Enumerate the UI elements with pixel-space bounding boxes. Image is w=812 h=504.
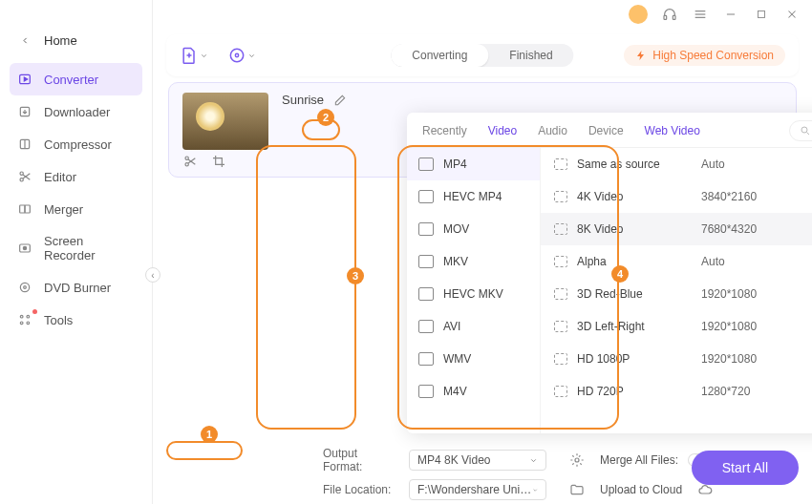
svg-point-14 — [20, 178, 23, 181]
tools-icon — [17, 312, 32, 327]
res-value: Auto — [701, 158, 812, 171]
resolution-item[interactable]: 3D Red-Blue1920*1080 — [541, 278, 812, 310]
svg-point-31 — [575, 458, 579, 462]
sidebar-item-editor[interactable]: Editor — [0, 160, 152, 193]
video-format-icon — [418, 320, 434, 333]
high-speed-badge[interactable]: High Speed Conversion — [624, 45, 785, 66]
svg-point-27 — [185, 157, 188, 159]
resolution-item[interactable]: 8K Video7680*4320 — [541, 213, 812, 245]
svg-point-20 — [24, 286, 27, 289]
trim-icon[interactable] — [182, 154, 198, 169]
rename-icon[interactable] — [333, 94, 347, 107]
sidebar-item-label: Converter — [44, 73, 98, 87]
svg-point-18 — [23, 246, 26, 249]
start-all-button[interactable]: Start All — [692, 451, 799, 485]
res-name: 3D Left-Right — [577, 320, 701, 333]
format-item[interactable]: HEVC MP4 — [407, 180, 540, 213]
resolution-item[interactable]: 3D Left-Right1920*1080 — [541, 310, 812, 343]
sidebar-item-tools[interactable]: Tools — [0, 304, 152, 336]
merge-label: Merge All Files: — [600, 453, 678, 467]
play-icon — [554, 191, 567, 202]
svg-point-29 — [801, 127, 807, 133]
format-label: AVI — [443, 320, 460, 333]
format-list: MP4 HEVC MP4 MOV MKV HEVC MKV AVI WMV M4… — [407, 148, 541, 433]
sidebar: Home Converter Downloader Compressor Edi… — [0, 0, 153, 504]
res-value: 1920*1080 — [701, 287, 812, 301]
output-format-label: Output Format: — [323, 447, 399, 473]
format-label: MKV — [443, 255, 468, 268]
tab-audio[interactable]: Audio — [538, 124, 567, 147]
disc-icon — [17, 280, 32, 295]
svg-point-13 — [20, 172, 23, 175]
sidebar-item-merger[interactable]: Merger — [0, 193, 152, 225]
thumbnail[interactable] — [182, 93, 268, 150]
format-item[interactable]: WMV — [407, 343, 540, 375]
settings-icon[interactable] — [569, 452, 585, 468]
format-label: M4V — [443, 385, 467, 398]
tab-web-video[interactable]: Web Video — [645, 124, 700, 147]
tab-recently[interactable]: Recently — [422, 124, 467, 147]
output-format-select[interactable]: MP4 8K Video — [409, 450, 546, 471]
resolution-item[interactable]: HD 720P1280*720 — [541, 375, 812, 408]
resolution-item[interactable]: AlphaAuto — [541, 245, 812, 278]
resolution-item[interactable]: Same as sourceAuto — [541, 148, 812, 180]
file-location-select[interactable]: F:\Wondershare UniConverter 1 — [409, 479, 546, 500]
folder-icon[interactable] — [569, 482, 585, 497]
annotation-bubble: 4 — [611, 265, 629, 283]
file-location-label: File Location: — [323, 483, 399, 496]
sidebar-item-screen-recorder[interactable]: Screen Recorder — [0, 225, 152, 271]
file-title: Sunrise — [282, 93, 324, 107]
res-name: Same as source — [577, 158, 701, 171]
res-name: Alpha — [577, 255, 701, 268]
compressor-icon — [17, 136, 32, 152]
sidebar-item-label: Compressor — [44, 137, 112, 152]
video-format-icon — [418, 287, 434, 301]
record-icon — [17, 241, 32, 256]
crop-icon[interactable] — [211, 154, 226, 169]
format-label: MP4 — [443, 158, 467, 171]
resolution-item[interactable]: HD 1080P1920*1080 — [541, 343, 812, 375]
play-icon — [554, 288, 567, 300]
format-item[interactable]: AVI — [407, 310, 540, 343]
home-link[interactable]: Home — [0, 25, 152, 55]
res-name: 3D Red-Blue — [577, 287, 701, 301]
tab-finished[interactable]: Finished — [488, 44, 573, 67]
sidebar-item-downloader[interactable]: Downloader — [0, 95, 152, 128]
res-name: 8K Video — [577, 222, 701, 236]
tab-video[interactable]: Video — [488, 124, 517, 147]
format-item[interactable]: MP4 — [407, 148, 540, 180]
add-dvd-button[interactable] — [227, 46, 256, 65]
res-value: 1280*720 — [701, 385, 812, 398]
format-item[interactable]: MOV — [407, 213, 540, 245]
sidebar-item-label: Merger — [44, 202, 83, 217]
video-format-icon — [418, 352, 434, 366]
format-item[interactable]: HEVC MKV — [407, 278, 540, 310]
format-label: HEVC MKV — [443, 287, 503, 301]
svg-rect-15 — [20, 205, 25, 213]
sidebar-item-label: Screen Recorder — [44, 234, 135, 262]
format-label: WMV — [443, 352, 471, 366]
res-value: 3840*2160 — [701, 190, 812, 203]
tab-converting[interactable]: Converting — [391, 44, 488, 67]
sidebar-item-compressor[interactable]: Compressor — [0, 128, 152, 160]
play-icon — [554, 158, 567, 170]
format-item[interactable]: MKV — [407, 245, 540, 278]
sidebar-item-dvd-burner[interactable]: DVD Burner — [0, 271, 152, 304]
tab-device[interactable]: Device — [588, 124, 624, 147]
video-format-icon — [418, 255, 434, 268]
resolution-item[interactable]: 4K Video3840*2160 — [541, 180, 812, 213]
res-name: HD 1080P — [577, 352, 701, 366]
status-segment: Converting Finished — [391, 44, 573, 67]
add-file-button[interactable] — [180, 46, 208, 65]
annotation-bubble: 3 — [347, 267, 364, 284]
format-item[interactable]: M4V — [407, 375, 540, 408]
video-format-icon — [418, 190, 434, 203]
svg-line-30 — [807, 133, 810, 136]
sidebar-item-label: DVD Burner — [44, 281, 111, 295]
converter-icon — [17, 72, 32, 87]
search-box[interactable] — [789, 120, 812, 141]
sidebar-item-label: Editor — [44, 170, 76, 184]
svg-point-22 — [27, 315, 30, 318]
sidebar-item-converter[interactable]: Converter — [10, 63, 142, 95]
format-label: MOV — [443, 222, 469, 236]
